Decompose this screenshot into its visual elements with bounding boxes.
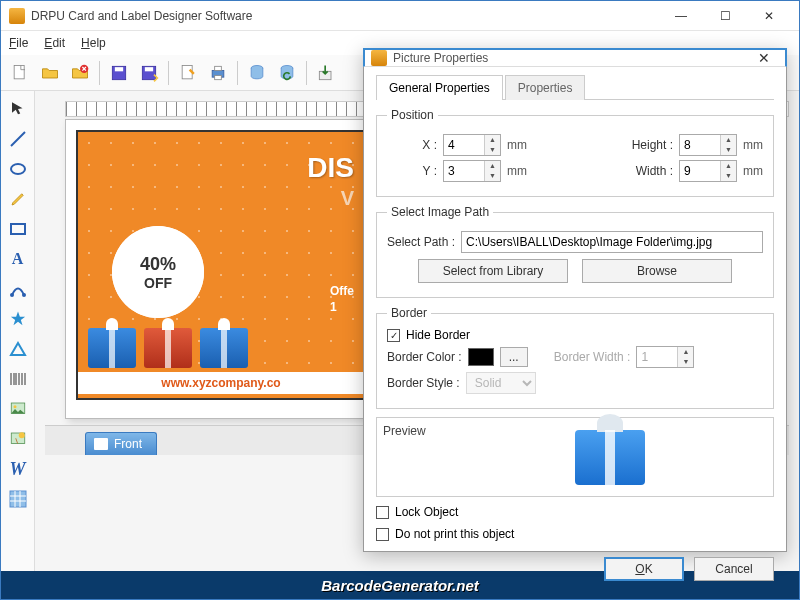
card-subhead: V [341, 187, 354, 210]
svg-rect-5 [145, 67, 153, 71]
database-refresh-icon[interactable] [274, 60, 300, 86]
height-spinner[interactable]: ▲▼ [679, 134, 737, 156]
path-input[interactable]: C:\Users\IBALL\Desktop\Image Folder\img.… [461, 231, 763, 253]
width-spinner[interactable]: ▲▼ [679, 160, 737, 182]
border-legend: Border [387, 306, 431, 320]
ok-button[interactable]: OK [604, 557, 684, 581]
library-tool-icon[interactable] [6, 427, 30, 451]
tab-front-label: Front [114, 437, 142, 451]
discount-off: OFF [144, 275, 172, 291]
print-icon[interactable] [205, 60, 231, 86]
saveas-icon[interactable] [136, 60, 162, 86]
tool-panel: A W [1, 91, 35, 571]
height-input[interactable] [680, 135, 720, 155]
x-input[interactable] [444, 135, 484, 155]
star-tool-icon[interactable] [6, 307, 30, 331]
svg-rect-0 [14, 65, 24, 78]
y-spinner[interactable]: ▲▼ [443, 160, 501, 182]
text-tool-icon[interactable]: A [6, 247, 30, 271]
card-headline: DIS [307, 152, 354, 184]
open-icon[interactable] [37, 60, 63, 86]
menu-edit[interactable]: Edit [44, 36, 65, 50]
border-width-input[interactable] [637, 347, 677, 367]
page-icon [94, 438, 108, 450]
tab-general-properties[interactable]: General Properties [376, 75, 503, 100]
close-button[interactable]: ✕ [747, 2, 791, 30]
checkbox-icon [376, 528, 389, 541]
border-group: Border ✓ Hide Border Border Color : ... … [376, 306, 774, 409]
save-icon[interactable] [106, 60, 132, 86]
menu-help[interactable]: Help [81, 36, 106, 50]
picture-properties-dialog: Picture Properties ✕ General Properties … [363, 48, 787, 552]
gift-preview-icon [575, 430, 645, 485]
noprint-checkbox[interactable]: Do not print this object [376, 527, 774, 541]
discount-burst: 40% OFF [118, 232, 198, 312]
titlebar: DRPU Card and Label Designer Software — … [1, 1, 799, 31]
tab-properties[interactable]: Properties [505, 75, 586, 100]
new-icon[interactable] [7, 60, 33, 86]
dialog-tabs: General Properties Properties [376, 74, 774, 100]
grid-tool-icon[interactable] [6, 487, 30, 511]
y-input[interactable] [444, 161, 484, 181]
border-color-picker-button[interactable]: ... [500, 347, 528, 367]
database-icon[interactable] [244, 60, 270, 86]
svg-line-13 [11, 132, 25, 146]
properties-icon[interactable] [175, 60, 201, 86]
x-spinner[interactable]: ▲▼ [443, 134, 501, 156]
hide-border-checkbox[interactable]: ✓ Hide Border [387, 328, 763, 342]
cancel-button[interactable]: Cancel [694, 557, 774, 581]
barcode-tool-icon[interactable] [6, 367, 30, 391]
arc-tool-icon[interactable] [6, 277, 30, 301]
select-tool-icon[interactable] [6, 97, 30, 121]
border-color-label: Border Color : [387, 350, 462, 364]
wordart-tool-icon[interactable]: W [6, 457, 30, 481]
line-tool-icon[interactable] [6, 127, 30, 151]
preview-image [447, 418, 773, 496]
select-path-label: Select Path : [387, 235, 455, 249]
card-design[interactable]: DIS V 40% OFF Offe1 www.xyzcompany.co [76, 130, 366, 400]
svg-rect-9 [215, 75, 222, 79]
checkbox-icon [376, 506, 389, 519]
lock-object-label: Lock Object [395, 505, 458, 519]
ellipse-tool-icon[interactable] [6, 157, 30, 181]
minimize-button[interactable]: — [659, 2, 703, 30]
width-input[interactable] [680, 161, 720, 181]
dialog-titlebar: Picture Properties ✕ [363, 48, 787, 67]
browse-button[interactable]: Browse [582, 259, 732, 283]
rect-tool-icon[interactable] [6, 217, 30, 241]
border-color-swatch[interactable] [468, 348, 494, 366]
design-canvas[interactable]: DIS V 40% OFF Offe1 www.xyzcompany.co [65, 119, 375, 419]
preview-box: Preview [376, 417, 774, 497]
dialog-close-button[interactable]: ✕ [749, 50, 779, 66]
border-width-label: Border Width : [554, 350, 631, 364]
gift-icon [200, 328, 248, 368]
svg-point-17 [22, 293, 26, 297]
border-width-spinner[interactable]: ▲▼ [636, 346, 694, 368]
width-label: Width : [636, 164, 673, 178]
x-label: X : [387, 138, 437, 152]
width-unit: mm [743, 164, 763, 178]
dialog-footer: OK Cancel [364, 549, 786, 589]
svg-point-25 [13, 405, 16, 408]
select-from-library-button[interactable]: Select from Library [418, 259, 568, 283]
triangle-tool-icon[interactable] [6, 337, 30, 361]
border-style-select[interactable]: Solid [466, 372, 536, 394]
dialog-icon [371, 50, 387, 66]
gift-row [88, 328, 248, 368]
border-style-label: Border Style : [387, 376, 460, 390]
lock-object-checkbox[interactable]: Lock Object [376, 505, 774, 519]
pencil-tool-icon[interactable] [6, 187, 30, 211]
height-label: Height : [632, 138, 673, 152]
tab-front[interactable]: Front [85, 432, 157, 455]
image-tool-icon[interactable] [6, 397, 30, 421]
menu-file[interactable]: File [9, 36, 28, 50]
delete-icon[interactable] [67, 60, 93, 86]
discount-percent: 40% [140, 254, 176, 275]
card-url: www.xyzcompany.co [78, 372, 364, 394]
export-icon[interactable] [313, 60, 339, 86]
y-unit: mm [507, 164, 527, 178]
maximize-button[interactable]: ☐ [703, 2, 747, 30]
app-title: DRPU Card and Label Designer Software [31, 9, 659, 23]
svg-rect-28 [10, 491, 26, 507]
hide-border-label: Hide Border [406, 328, 470, 342]
